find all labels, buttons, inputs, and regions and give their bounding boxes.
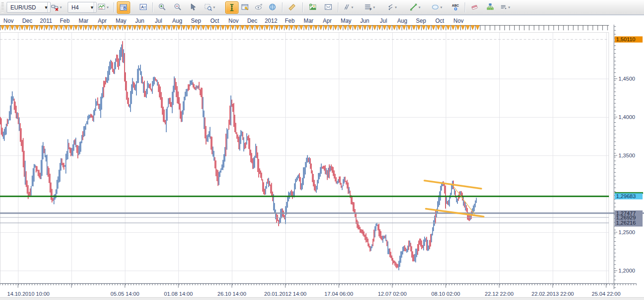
triangle-marker (246, 26, 249, 30)
triangle-marker (265, 26, 269, 30)
price-badge-label: 1,26929 (616, 215, 636, 220)
triangle-marker (270, 26, 273, 30)
triangle-marker (412, 26, 415, 30)
triangle-marker (133, 26, 136, 30)
triangle-marker (79, 26, 82, 30)
price-badge-label: 1,50110 (616, 36, 635, 42)
trading-platform-window: { "toolbar": { "symbol": "EUR/USD", "tim… (0, 0, 644, 300)
triangle-marker (250, 26, 254, 30)
triangle-marker (182, 26, 185, 30)
triangle-marker (212, 26, 215, 30)
triangle-marker (187, 26, 190, 30)
trendline-inner-diagonal[interactable] (452, 184, 475, 214)
triangle-marker (314, 26, 318, 30)
triangle-marker (104, 26, 107, 30)
triangle-marker (304, 26, 308, 30)
triangle-marker (206, 26, 210, 30)
time-axis-label: 14.10.2010 10:00 (7, 291, 50, 297)
triangle-marker (54, 26, 58, 30)
time-axis-label: 22.02.2013 22:00 (531, 291, 574, 297)
triangle-marker (427, 26, 430, 30)
triangle-marker (158, 26, 161, 30)
triangle-marker (344, 26, 347, 30)
triangle-marker (16, 26, 19, 30)
time-axis-label: 01.08 14:00 (164, 291, 193, 297)
triangle-marker (378, 26, 381, 30)
price-axis-label: 1,3500 (618, 153, 635, 158)
triangle-marker (417, 26, 420, 30)
triangle-marker (348, 26, 352, 30)
triangle-marker (10, 26, 14, 30)
triangle-marker (226, 26, 229, 30)
triangle-marker (30, 26, 34, 30)
price-axis-label: 1,4500 (618, 76, 635, 82)
triangle-marker (300, 26, 303, 30)
triangle-marker (123, 26, 126, 30)
triangle-marker (6, 26, 9, 30)
triangle-marker (334, 26, 337, 30)
triangle-marker (461, 26, 465, 30)
triangle-marker (40, 26, 43, 30)
triangle-marker (138, 26, 141, 30)
triangle-marker (1, 26, 4, 30)
triangle-marker (441, 26, 445, 30)
triangle-marker (260, 26, 264, 30)
price-badge-label: 1,29683 (616, 193, 636, 199)
triangle-marker (358, 26, 362, 30)
time-axis[interactable]: 14.10.2010 10:0005.05 14:0001.08 14:0026… (0, 283, 636, 297)
triangle-marker (84, 26, 88, 30)
triangle-marker (319, 26, 322, 30)
triangle-marker (329, 26, 332, 30)
triangle-marker (172, 26, 176, 30)
triangle-marker (280, 26, 283, 30)
triangle-marker (353, 26, 357, 30)
triangle-marker (128, 26, 132, 30)
triangle-marker (64, 26, 68, 30)
price-axis-label: 1,4000 (618, 114, 635, 120)
triangle-marker (393, 26, 396, 30)
triangle-marker (275, 26, 278, 30)
triangle-marker (456, 26, 459, 30)
triangle-marker (295, 26, 298, 30)
triangle-marker (89, 26, 92, 30)
time-axis-label: 22.12 22:00 (485, 291, 514, 297)
price-badge-label: 1,26216 (616, 220, 636, 226)
time-axis-label: 25.04 22:00 (592, 291, 621, 297)
triangle-marker (388, 26, 391, 30)
time-axis-label: 20.01.2012 14:00 (264, 291, 307, 297)
triangle-marker (368, 26, 371, 30)
triangle-marker (221, 26, 224, 30)
triangle-marker (339, 26, 342, 30)
price-chart[interactable]: 1,45001,40001,35001,25001,20001,501101,2… (0, 0, 644, 300)
triangle-marker (256, 26, 259, 30)
triangle-marker (446, 26, 450, 30)
triangle-marker (231, 26, 234, 30)
triangle-marker (373, 26, 376, 30)
triangle-marker (466, 26, 469, 30)
triangle-marker (74, 26, 78, 30)
triangle-marker (99, 26, 102, 30)
triangle-marker (152, 26, 156, 30)
triangle-marker (25, 26, 28, 30)
trendline-channel-upper[interactable] (424, 181, 481, 189)
triangle-marker (50, 26, 53, 30)
plot-border (0, 33, 609, 283)
triangle-marker (451, 26, 455, 30)
triangle-marker (168, 26, 171, 30)
triangle-marker (402, 26, 406, 30)
time-axis-label: 26.10 14:00 (218, 291, 247, 297)
triangle-marker (309, 26, 313, 30)
time-axis-label: 05.05 14:00 (111, 291, 140, 297)
triangle-marker (35, 26, 38, 30)
triangle-marker (70, 26, 73, 30)
triangle-marker (285, 26, 288, 30)
triangle-marker (60, 26, 63, 30)
triangle-marker (437, 26, 440, 30)
triangle-marker (20, 26, 24, 30)
triangle-marker (216, 26, 220, 30)
triangle-marker (241, 26, 244, 30)
triangle-marker (363, 26, 367, 30)
triangle-marker (471, 26, 474, 30)
triangle-marker (94, 26, 97, 30)
price-axis[interactable]: 1,45001,40001,35001,25001,20001,501101,2… (614, 25, 644, 289)
